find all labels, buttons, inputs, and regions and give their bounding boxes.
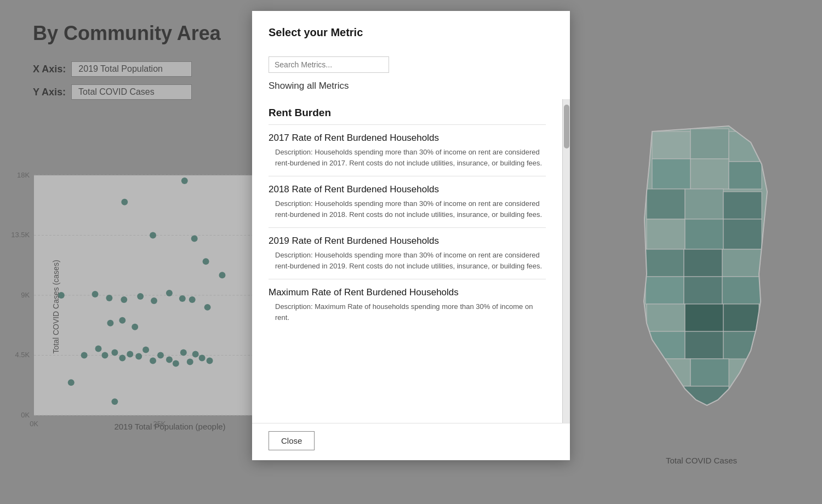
metric-item-3-title: Maximum Rate of Rent Burdened Households [269, 287, 546, 298]
metric-search-input[interactable] [269, 56, 389, 73]
metric-group-rent-burden-title: Rent Burden [269, 99, 546, 124]
metric-item-2-desc: Description: Households spending more th… [269, 250, 546, 271]
modal-title: Select your Metric [269, 26, 553, 39]
metric-item-0-title: 2017 Rate of Rent Burdened Households [269, 133, 546, 144]
metric-item-3-desc: Description: Maximum Rate of households … [269, 301, 546, 323]
modal-scrollbar-area: Rent Burden 2017 Rate of Rent Burdened H… [252, 99, 570, 423]
modal-search-row [252, 48, 570, 78]
modal-scrollbar-track[interactable] [562, 99, 570, 423]
metric-item-2[interactable]: 2019 Rate of Rent Burdened Households De… [269, 227, 546, 279]
metric-item-1-title: 2018 Rate of Rent Burdened Households [269, 184, 546, 195]
modal-header: Select your Metric [252, 11, 570, 48]
metric-item-1-desc: Description: Households spending more th… [269, 198, 546, 220]
modal-showing-label: Showing all Metrics [252, 78, 570, 99]
metric-item-2-title: 2019 Rate of Rent Burdened Households [269, 236, 546, 247]
modal-scrollbar-thumb[interactable] [564, 105, 569, 148]
metric-item-0-desc: Description: Households spending more th… [269, 147, 546, 168]
metric-item-1[interactable]: 2018 Rate of Rent Burdened Households De… [269, 176, 546, 227]
metric-selector-modal: Select your Metric Showing all Metrics R… [252, 11, 570, 460]
metric-item-3[interactable]: Maximum Rate of Rent Burdened Households… [269, 279, 546, 330]
modal-footer: Close [252, 423, 570, 460]
metric-item-0[interactable]: 2017 Rate of Rent Burdened Households De… [269, 124, 546, 176]
close-button[interactable]: Close [269, 431, 315, 450]
modal-metric-list: Rent Burden 2017 Rate of Rent Burdened H… [252, 99, 562, 423]
